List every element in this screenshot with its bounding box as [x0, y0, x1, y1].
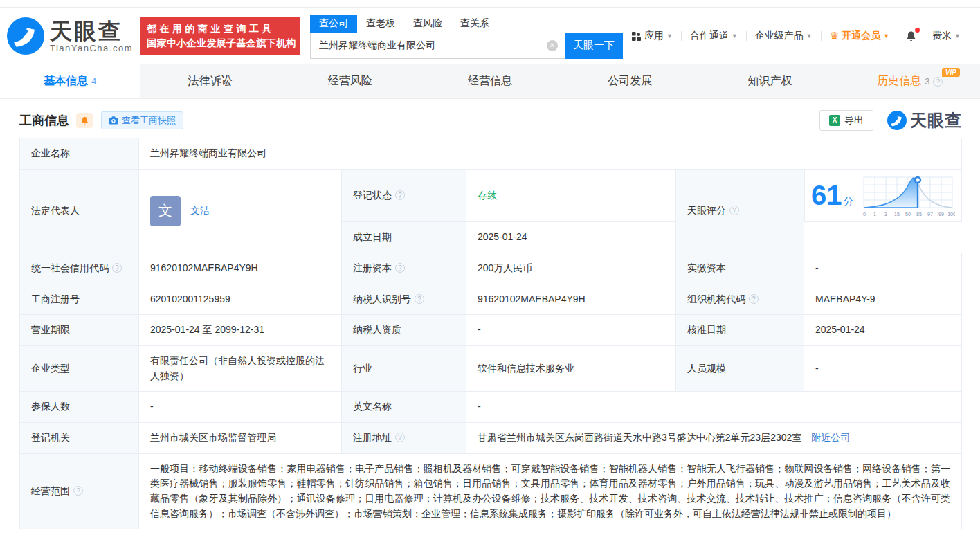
tab-label: 经营风险	[328, 74, 372, 89]
legal-rep-label: 法定代表人	[20, 169, 139, 253]
search-input[interactable]	[310, 33, 565, 59]
help-icon[interactable]: ?	[112, 263, 122, 273]
app-grid-icon	[632, 32, 641, 41]
status-badge: 存续	[478, 190, 497, 201]
tab-label: 法律诉讼	[188, 74, 232, 89]
tab-label: 公司发展	[608, 74, 652, 89]
staff-size-label: 人员规模	[676, 345, 804, 391]
promo-banner: 都在用的商业查询工具 国家中小企业发展子基金旗下机构	[140, 17, 300, 55]
company-name-label: 企业名称	[20, 138, 139, 170]
tab-company-development[interactable]: 公司发展	[560, 64, 700, 98]
field-label: 注册地址	[353, 432, 392, 443]
avatar[interactable]: 文	[150, 196, 181, 226]
watermark-text: 天眼查	[910, 109, 962, 132]
svg-text:99: 99	[938, 212, 944, 217]
field-label: 统一社会信用代码	[31, 262, 109, 273]
help-icon[interactable]: ?	[395, 433, 405, 442]
export-button-label: 导出	[844, 114, 864, 127]
table-row: 统一社会信用代码? 91620102MAEBAP4Y9H 注册资本? 200万人…	[20, 253, 962, 284]
search-button[interactable]: 天眼一下	[565, 33, 623, 59]
establish-date-value: 2025-01-24	[466, 222, 676, 253]
legal-rep-cell: 文 文洁	[139, 169, 342, 253]
search-tab-relation[interactable]: 查关系	[451, 15, 498, 33]
nearby-companies-link[interactable]: 附近公司	[811, 432, 850, 443]
table-row: 经营范围? 一般项目：移动终端设备销售；家用电器销售；电子产品销售；照相机及器材…	[20, 453, 962, 529]
snapshot-button[interactable]: 查看工商快照	[101, 111, 183, 129]
business-scope-label: 经营范围?	[20, 453, 139, 529]
taxpayer-quality-label: 纳税人资质	[342, 315, 466, 346]
subscribe-bell-button[interactable]	[76, 113, 93, 128]
search-tab-boss[interactable]: 查老板	[357, 15, 404, 33]
field-label: 天眼评分	[687, 205, 726, 216]
org-code-value: MAEBAP4Y-9	[804, 284, 962, 315]
english-name-value: -	[466, 392, 962, 423]
score-unit: 分	[844, 195, 854, 207]
tab-operation-info[interactable]: 经营信息	[420, 64, 560, 98]
table-row: 工商注册号 620102001125959 纳税人识别号? 91620102MA…	[20, 284, 962, 315]
reg-status-value: 存续	[466, 169, 676, 222]
company-type-label: 企业类型	[20, 345, 139, 391]
tab-legal[interactable]: 法律诉讼	[140, 64, 280, 98]
clear-icon[interactable]: ✕	[547, 40, 558, 51]
tab-basic-info[interactable]: 基本信息 4	[0, 64, 140, 98]
help-icon[interactable]: ?	[73, 486, 83, 496]
section-title: 工商信息	[19, 112, 69, 129]
help-icon[interactable]: ?	[415, 294, 424, 304]
reg-status-label: 登记状态?	[342, 169, 466, 222]
reg-address-label: 注册地址?	[342, 423, 466, 454]
tyc-score-label: 天眼评分?	[676, 169, 804, 253]
score-value: 61	[811, 180, 842, 210]
paid-capital-label: 实缴资本	[676, 253, 804, 284]
logo-domain: TianYanCha.com	[50, 43, 133, 53]
tab-history-info[interactable]: VIP 历史信息 3 ?	[840, 64, 980, 98]
table-row: 法定代表人 文 文洁 登记状态? 存续 天眼评分? 61分	[20, 169, 962, 222]
help-icon[interactable]: ?	[395, 190, 405, 200]
menu-vip[interactable]: ♛ 开通会员 ▼	[822, 30, 898, 42]
help-icon[interactable]: ?	[729, 206, 739, 215]
logo-text: 天眼查	[50, 19, 133, 43]
taxpayer-quality-value: -	[466, 315, 676, 346]
address-text: 甘肃省兰州市城关区东岗西路街道天水中路3号盛达中心第2单元23层2302室	[478, 432, 801, 443]
export-button[interactable]: X 导出	[819, 110, 873, 131]
notification-bell[interactable]	[898, 30, 924, 42]
tab-operation-risk[interactable]: 经营风险	[280, 64, 420, 98]
chevron-down-icon: ▼	[954, 33, 961, 39]
field-label: 注册资本	[353, 262, 392, 273]
crown-icon: ♛	[830, 30, 839, 42]
tab-intellectual-property[interactable]: 知识产权	[700, 64, 840, 98]
snapshot-button-label: 查看工商快照	[122, 114, 176, 127]
field-label: 纳税人识别号	[353, 293, 411, 305]
table-row: 企业类型 有限责任公司（非自然人投资或控股的法人独资） 行业 软件和信息技术服务…	[20, 345, 962, 391]
tab-label: 基本信息	[44, 74, 88, 89]
menu-apps[interactable]: 应用 ▼	[624, 30, 681, 42]
search-tabs: 查公司 查老板 查风险 查关系	[310, 14, 623, 33]
search-area: 查公司 查老板 查风险 查关系 ✕ 天眼一下	[310, 14, 623, 59]
svg-text:3: 3	[884, 212, 887, 217]
svg-text:50: 50	[905, 212, 911, 217]
promo-line1: 都在用的商业查询工具	[147, 23, 293, 35]
menu-enterprise[interactable]: 企业级产品 ▼	[747, 30, 821, 42]
reg-authority-label: 登记机关	[20, 423, 139, 454]
business-info-table: 企业名称 兰州昇耀终端商业有限公司 法定代表人 文 文洁 登记状态? 存续 天眼…	[19, 138, 962, 529]
search-tab-risk[interactable]: 查风险	[404, 15, 451, 33]
search-tab-company[interactable]: 查公司	[310, 15, 357, 33]
tianyancha-logo[interactable]: 天眼查 TianYanCha.com	[7, 17, 133, 55]
section-header: 工商信息 查看工商快照 X 导出	[19, 105, 962, 136]
svg-text:97: 97	[927, 212, 933, 217]
legal-rep-link[interactable]: 文洁	[190, 203, 210, 219]
menu-partner[interactable]: 合作通道 ▼	[682, 30, 746, 42]
help-icon[interactable]: ?	[749, 294, 759, 304]
help-icon[interactable]: ?	[395, 263, 405, 273]
credit-code-value: 91620102MAEBAP4Y9H	[139, 253, 342, 284]
reg-number-value: 620102001125959	[139, 284, 342, 315]
username: 费米	[932, 30, 952, 42]
menu-user[interactable]: 费米 ▼	[924, 30, 969, 42]
industry-label: 行业	[342, 345, 466, 391]
chevron-down-icon: ▼	[732, 33, 738, 39]
reg-address-value: 甘肃省兰州市城关区东岗西路街道天水中路3号盛达中心第2单元23层2302室 附近…	[466, 423, 962, 454]
company-name-value: 兰州昇耀终端商业有限公司	[139, 138, 962, 170]
help-icon[interactable]: ?	[933, 77, 943, 87]
approval-date-label: 核准日期	[676, 315, 804, 346]
org-code-label: 组织机构代码?	[676, 284, 804, 315]
table-row: 登记机关 兰州市城关区市场监督管理局 注册地址? 甘肃省兰州市城关区东岗西路街道…	[20, 423, 962, 454]
